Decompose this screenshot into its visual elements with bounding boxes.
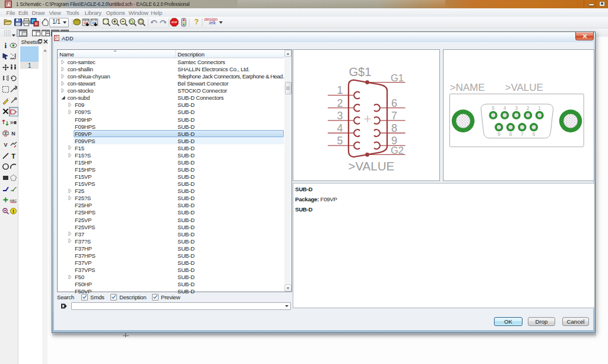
svg-text:!: ! bbox=[12, 208, 14, 214]
svg-text:8: 8 bbox=[509, 131, 512, 137]
svg-text:4: 4 bbox=[504, 105, 506, 111]
svg-text:>VALUE: >VALUE bbox=[348, 159, 394, 173]
svg-text:SCR: SCR bbox=[91, 19, 97, 22]
svg-text:N: N bbox=[11, 131, 15, 137]
svg-text:2: 2 bbox=[337, 97, 343, 109]
svg-text:V: V bbox=[4, 142, 7, 148]
svg-text:6: 6 bbox=[533, 131, 536, 137]
svg-text:5: 5 bbox=[492, 105, 495, 111]
svg-text:STOP: STOP bbox=[172, 21, 178, 24]
svg-text:1: 1 bbox=[337, 84, 343, 96]
svg-text:9: 9 bbox=[498, 131, 501, 137]
svg-text:G$1: G$1 bbox=[349, 65, 371, 78]
svg-text:8: 8 bbox=[391, 122, 397, 134]
svg-text:2: 2 bbox=[527, 105, 530, 111]
svg-text:i: i bbox=[4, 42, 7, 49]
svg-text:>VALUE: >VALUE bbox=[505, 82, 543, 93]
svg-text:>NAME: >NAME bbox=[450, 82, 485, 93]
svg-text:3: 3 bbox=[515, 105, 518, 111]
svg-text:6: 6 bbox=[391, 97, 397, 109]
svg-text:G1: G1 bbox=[391, 72, 404, 83]
svg-text:3: 3 bbox=[337, 110, 343, 122]
svg-text:4: 4 bbox=[337, 122, 343, 134]
svg-text:7: 7 bbox=[521, 131, 524, 137]
svg-text:9: 9 bbox=[391, 135, 397, 147]
svg-text:NEW: NEW bbox=[83, 19, 90, 22]
svg-text:1: 1 bbox=[538, 105, 541, 111]
svg-text:ABC: ABC bbox=[10, 198, 17, 202]
svg-text:5: 5 bbox=[337, 135, 343, 147]
svg-text:7: 7 bbox=[391, 110, 397, 122]
svg-text:T: T bbox=[11, 153, 15, 160]
